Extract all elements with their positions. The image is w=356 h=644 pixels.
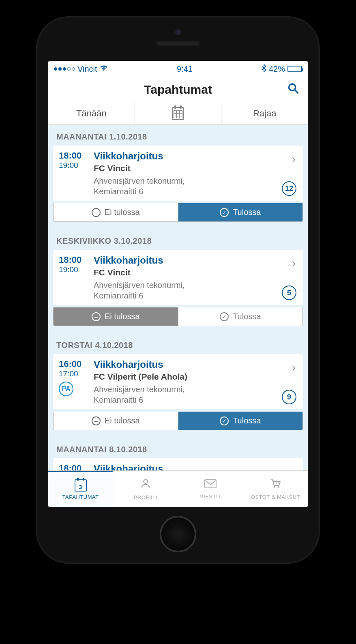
day-header: MAANANTAI 1.10.2018 bbox=[48, 125, 308, 146]
event-start-time: 18:00 bbox=[59, 255, 88, 265]
svg-point-2 bbox=[144, 479, 147, 483]
tab-label: TAPAHTUMAT bbox=[62, 494, 99, 500]
calendar-icon bbox=[172, 107, 184, 120]
attendee-count[interactable]: 9 bbox=[282, 390, 296, 404]
tab-label: PROFIILI bbox=[134, 494, 157, 500]
rsvp-no-label: Ei tulossa bbox=[105, 312, 140, 321]
event-title: Viikkoharjoitus bbox=[94, 463, 297, 470]
svg-point-4 bbox=[274, 486, 275, 488]
status-time: 9:41 bbox=[177, 64, 193, 74]
event-location-line1: Ahvenisjärven tekonurmi, bbox=[94, 384, 297, 395]
event-team: FC Vincit bbox=[94, 268, 297, 277]
user-icon bbox=[140, 478, 151, 492]
tab-label: OSTOT & MAKSUT bbox=[251, 494, 300, 500]
event-end-time: 17:00 bbox=[59, 369, 88, 378]
event-end-time: 19:00 bbox=[59, 161, 88, 170]
rsvp-coming[interactable]: ✓ Tulossa bbox=[178, 203, 303, 221]
event-end-time: 19:00 bbox=[59, 265, 88, 274]
chevron-right-icon: › bbox=[292, 361, 296, 374]
day-header: KESKIVIIKKO 3.10.2018 bbox=[48, 229, 308, 250]
mail-icon bbox=[204, 478, 217, 491]
svg-line-1 bbox=[295, 90, 298, 93]
rsvp-bar: – Ei tulossa ✓ Tulossa bbox=[53, 203, 303, 222]
svg-rect-3 bbox=[205, 480, 216, 488]
filter-today[interactable]: Tänään bbox=[48, 102, 135, 125]
rsvp-bar: – Ei tulossa ✓ Tulossa bbox=[53, 307, 303, 326]
carrier-label: Vincit bbox=[77, 64, 97, 74]
event-location-line2: Kemianraitti 6 bbox=[94, 186, 297, 197]
event-team: FC Vilperit (Pele Ahola) bbox=[94, 372, 297, 382]
rsvp-coming[interactable]: ✓ Tulossa bbox=[178, 307, 303, 326]
svg-point-5 bbox=[278, 486, 279, 488]
rsvp-not-coming[interactable]: – Ei tulossa bbox=[54, 203, 178, 221]
phone-camera bbox=[175, 29, 181, 35]
event-card[interactable]: 16:00 17:00 PA Viikkoharjoitus FC Vilper… bbox=[53, 354, 303, 409]
filter-bar: Tänään Rajaa bbox=[48, 102, 308, 125]
cart-icon bbox=[269, 478, 281, 492]
tab-bar: 3 TAPAHTUMAT PROFIILI VIESTIT OSTOT & M bbox=[48, 470, 308, 507]
bluetooth-icon bbox=[262, 64, 266, 74]
filter-limit[interactable]: Rajaa bbox=[221, 102, 308, 125]
rsvp-not-coming[interactable]: – Ei tulossa bbox=[54, 412, 178, 430]
chevron-right-icon: › bbox=[292, 153, 296, 165]
rsvp-coming[interactable]: ✓ Tulossa bbox=[178, 412, 303, 430]
calendar-icon: 3 bbox=[75, 479, 87, 492]
screen: Vincit 9:41 42% Tapahtumat Tänä bbox=[48, 61, 308, 507]
event-title: Viikkoharjoitus bbox=[94, 359, 297, 370]
minus-circle-icon: – bbox=[92, 416, 101, 425]
minus-circle-icon: – bbox=[92, 208, 101, 217]
status-bar: Vincit 9:41 42% bbox=[48, 61, 308, 77]
rsvp-no-label: Ei tulossa bbox=[105, 416, 140, 425]
event-start-time: 18:00 bbox=[59, 150, 88, 161]
check-circle-icon: ✓ bbox=[220, 208, 229, 217]
chevron-right-icon: › bbox=[292, 466, 296, 470]
signal-dots-icon bbox=[54, 67, 75, 71]
battery-icon bbox=[287, 66, 302, 72]
tab-label: VIESTIT bbox=[200, 494, 221, 500]
search-icon[interactable] bbox=[287, 82, 299, 97]
event-card[interactable]: 18:00 19:00 Viikkoharjoitus FC Vincit Ah… bbox=[53, 146, 303, 201]
rsvp-yes-label: Tulossa bbox=[233, 208, 261, 217]
event-location-line1: Ahvenisjärven tekonurmi, bbox=[94, 280, 297, 290]
page-title: Tapahtumat bbox=[144, 83, 212, 97]
event-location-line2: Kemianraitti 6 bbox=[94, 290, 297, 301]
attendee-count[interactable]: 5 bbox=[282, 286, 296, 300]
day-header: TORSTAI 4.10.2018 bbox=[48, 333, 308, 354]
event-location-line1: Ahvenisjärven tekonurmi, bbox=[94, 176, 297, 186]
rsvp-bar: – Ei tulossa ✓ Tulossa bbox=[53, 412, 303, 430]
wifi-icon bbox=[100, 65, 108, 73]
day-header: MAANANTAI 8.10.2018 bbox=[48, 438, 308, 458]
app-header: Tapahtumat bbox=[48, 77, 308, 102]
event-start-time: 16:00 bbox=[59, 359, 88, 369]
event-location-line2: Kemianraitti 6 bbox=[94, 395, 297, 405]
phone-frame: Vincit 9:41 42% Tapahtumat Tänä bbox=[36, 16, 320, 564]
rsvp-yes-label: Tulossa bbox=[233, 416, 261, 425]
tab-messages[interactable]: VIESTIT bbox=[178, 471, 243, 507]
rsvp-yes-label: Tulossa bbox=[233, 312, 261, 321]
rsvp-no-label: Ei tulossa bbox=[105, 208, 140, 217]
minus-circle-icon: – bbox=[92, 312, 101, 321]
tab-purchases[interactable]: OSTOT & MAKSUT bbox=[243, 471, 308, 507]
event-card[interactable]: 18:00 19:00 Viikkoharjoitus › bbox=[53, 458, 303, 470]
attendee-count[interactable]: 12 bbox=[282, 181, 296, 196]
event-title: Viikkoharjoitus bbox=[94, 150, 297, 162]
home-button[interactable] bbox=[160, 516, 196, 552]
filter-calendar[interactable] bbox=[135, 102, 222, 125]
tab-profile[interactable]: PROFIILI bbox=[113, 471, 178, 507]
avatar-initials: PA bbox=[59, 382, 73, 396]
check-circle-icon: ✓ bbox=[220, 312, 229, 321]
event-title: Viikkoharjoitus bbox=[94, 255, 297, 266]
event-card[interactable]: 18:00 19:00 Viikkoharjoitus FC Vincit Ah… bbox=[53, 250, 303, 305]
rsvp-not-coming[interactable]: – Ei tulossa bbox=[54, 307, 178, 326]
event-start-time: 18:00 bbox=[59, 463, 88, 470]
battery-pct: 42% bbox=[269, 64, 285, 74]
event-team: FC Vincit bbox=[94, 163, 297, 173]
check-circle-icon: ✓ bbox=[220, 416, 229, 425]
phone-speaker bbox=[156, 41, 200, 46]
tab-events[interactable]: 3 TAPAHTUMAT bbox=[48, 471, 113, 507]
event-list[interactable]: MAANANTAI 1.10.2018 18:00 19:00 Viikkoha… bbox=[48, 125, 308, 470]
chevron-right-icon: › bbox=[292, 257, 296, 270]
